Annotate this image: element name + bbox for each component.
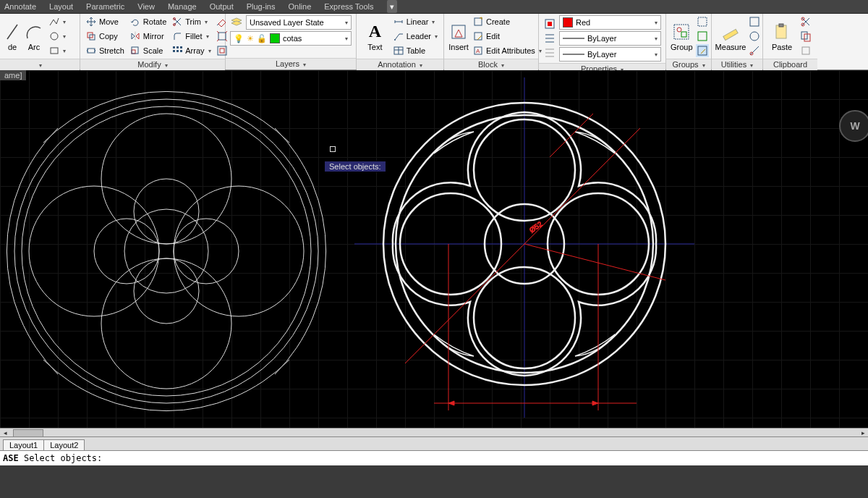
svg-point-56	[174, 219, 239, 284]
menu-parametric[interactable]: Parametric	[86, 0, 124, 13]
array-label: Array	[185, 46, 204, 55]
color-combo[interactable]: Red▾	[559, 15, 661, 30]
lineweight-combo[interactable]: ByLayer▾	[559, 31, 661, 46]
list-prop-button[interactable]	[543, 32, 556, 45]
drawing-canvas: Ø52	[0, 70, 868, 450]
edit-attr-button[interactable]: AEdit Attributes▾	[472, 44, 543, 57]
menu-bar: Annotate Layout Parametric View Manage O…	[0, 0, 868, 14]
copy-clip-button[interactable]	[799, 30, 812, 43]
menu-express-tools[interactable]: Express Tools	[324, 0, 373, 13]
panel-properties: Red▾ ByLayer▾ ByLayer▾ Properties ▾	[539, 14, 666, 69]
insert-label: Insert	[448, 43, 469, 51]
create-block-button[interactable]: Create	[472, 15, 543, 28]
util-1-button[interactable]	[748, 15, 761, 28]
svg-rect-14	[176, 50, 179, 52]
rotate-label: Rotate	[143, 17, 166, 26]
mirror-button[interactable]: Mirror	[129, 30, 168, 43]
svg-rect-21	[452, 25, 465, 38]
panel-utilities: Measure Utilities ▾	[712, 14, 763, 69]
scroll-thumb[interactable]	[13, 429, 43, 437]
layer-state-combo[interactable]: Unsaved Layer State▾	[246, 15, 352, 30]
linetype-icon	[563, 51, 584, 57]
svg-rect-15	[180, 50, 182, 52]
scale-button[interactable]: Scale	[129, 44, 168, 57]
current-layer-combo[interactable]: 💡 ☀ 🔓 cotas ▾	[230, 31, 352, 46]
svg-rect-33	[698, 32, 707, 41]
draw-polyline-button[interactable]: ▾	[48, 15, 67, 28]
svg-line-69	[405, 244, 524, 363]
edit-attr-icon: A	[473, 46, 483, 56]
text-button[interactable]: A Text	[361, 15, 389, 57]
stretch-button[interactable]: Stretch	[85, 44, 126, 57]
util-2-button[interactable]	[748, 30, 761, 43]
menu-manage[interactable]: Manage	[168, 0, 197, 13]
svg-rect-34	[698, 46, 707, 55]
fillet-button[interactable]: Fillet▾	[171, 30, 212, 43]
line-icon	[2, 22, 22, 42]
draw-line-button[interactable]: de	[4, 15, 20, 57]
leader-button[interactable]: Leader▾	[392, 30, 439, 43]
menu-view[interactable]: View	[137, 0, 155, 13]
menu-annotate[interactable]: Annotate	[4, 0, 36, 13]
menu-layout[interactable]: Layout	[49, 0, 73, 13]
viewcube[interactable]: W	[839, 110, 868, 139]
move-icon	[86, 17, 96, 27]
more-prop-button[interactable]	[543, 46, 556, 59]
rotate-button[interactable]: Rotate	[129, 15, 168, 28]
layer-color-swatch	[270, 33, 280, 43]
draw-rect-button[interactable]: ▾	[48, 44, 67, 57]
layout-tab-1[interactable]: Layout1	[3, 439, 44, 450]
group-edit-button[interactable]	[696, 30, 709, 43]
array-icon	[172, 46, 182, 56]
menu-plugins[interactable]: Plug-ins	[247, 0, 276, 13]
copy-icon	[86, 31, 96, 41]
svg-rect-13	[173, 50, 175, 52]
group-sel-button[interactable]	[696, 44, 709, 57]
linear-dim-icon	[393, 17, 404, 27]
insert-icon	[448, 22, 469, 42]
text-label: Text	[367, 43, 382, 51]
draw-arc-button[interactable]: Arc	[23, 15, 45, 57]
stretch-icon	[86, 46, 96, 56]
scroll-right-button[interactable]: ▸	[858, 429, 868, 436]
paste-icon	[772, 22, 792, 42]
paste-button[interactable]: Paste	[767, 15, 796, 57]
panel-groups: Group Groups ▾	[666, 14, 712, 69]
draw-circle-button[interactable]: ▾	[48, 30, 67, 43]
ungroup-button[interactable]	[696, 15, 709, 28]
clip-more-button[interactable]	[799, 44, 812, 57]
scroll-left-button[interactable]: ◂	[0, 429, 10, 436]
menu-overflow-icon[interactable]: ▾	[387, 0, 397, 13]
menu-online[interactable]: Online	[288, 0, 311, 13]
table-icon	[393, 46, 404, 56]
measure-icon	[720, 22, 741, 42]
svg-rect-45	[802, 47, 809, 54]
color-value: Red	[576, 18, 590, 27]
array-button[interactable]: Array▾	[171, 44, 212, 57]
linear-dim-button[interactable]: Linear▾	[392, 15, 439, 28]
trim-button[interactable]: Trim▾	[171, 15, 212, 28]
cut-button[interactable]	[799, 15, 812, 28]
svg-point-30	[677, 28, 681, 32]
mirror-label: Mirror	[143, 32, 164, 41]
svg-line-0	[7, 25, 17, 39]
group-button[interactable]: Group	[671, 15, 693, 57]
menu-output[interactable]: Output	[210, 0, 234, 13]
insert-button[interactable]: Insert	[448, 15, 469, 57]
svg-rect-32	[698, 17, 707, 26]
command-line[interactable]: ASE Select objects:	[0, 450, 868, 465]
table-button[interactable]: Table	[392, 44, 439, 57]
layout-tab-2[interactable]: Layout2	[43, 439, 85, 450]
linetype-combo[interactable]: ByLayer▾	[559, 47, 661, 62]
svg-rect-6	[132, 50, 135, 54]
measure-button[interactable]: Measure	[716, 15, 745, 57]
move-button[interactable]: Move	[85, 15, 126, 28]
panel-utilities-title: Utilities ▾	[712, 59, 762, 70]
drawing-area[interactable]: ame]	[0, 70, 868, 450]
copy-button[interactable]: Copy	[85, 30, 126, 43]
util-3-button[interactable]	[748, 44, 761, 57]
layer-prop-button[interactable]	[230, 16, 243, 29]
lineweight-icon	[563, 35, 584, 41]
match-prop-button[interactable]	[543, 17, 556, 30]
edit-block-button[interactable]: Edit	[472, 30, 543, 43]
